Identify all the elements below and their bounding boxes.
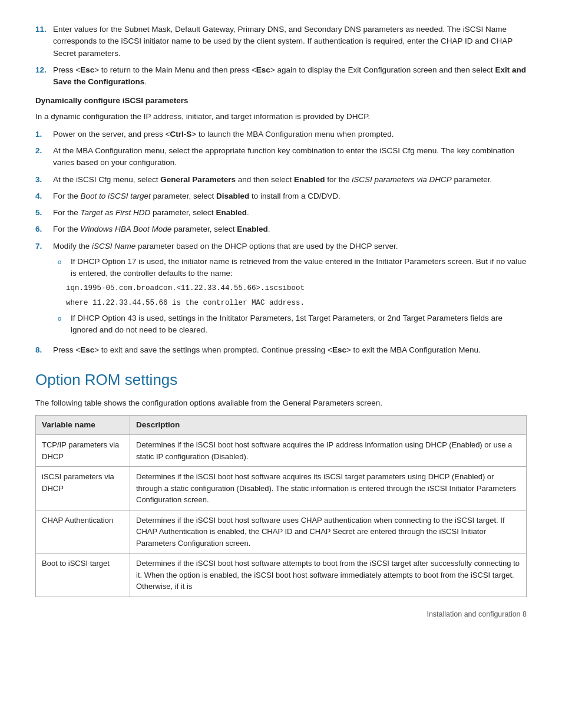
dynamic-heading: Dynamically configure iSCSI parameters xyxy=(35,95,527,107)
dstep-6-num: 6. xyxy=(35,223,48,235)
step-12-content: Press <Esc> to return to the Main Menu a… xyxy=(53,64,527,88)
col-header-variable: Variable name xyxy=(36,415,130,434)
table-cell-description: Determines if the iSCSI boot host softwa… xyxy=(130,467,527,510)
dstep-7-sub-2: o If DHCP Option 43 is used, settings in… xyxy=(53,312,527,337)
dstep-8: 8. Press <Esc> to exit and save the sett… xyxy=(35,344,527,356)
table-cell-variable: Boot to iSCSI target xyxy=(36,554,130,597)
table-cell-description: Determines if the iSCSI boot host softwa… xyxy=(130,435,527,467)
mono-2: where 11.22.33.44.55.66 is the controlle… xyxy=(66,298,527,309)
dstep-6: 6. For the Windows HBA Boot Mode paramet… xyxy=(35,223,527,235)
footer: Installation and configuration 8 xyxy=(35,609,527,620)
dstep-3: 3. At the iSCSI Cfg menu, select General… xyxy=(35,174,527,186)
dstep-7-content: Modify the iSCSI Name parameter based on… xyxy=(53,241,527,340)
dstep-1-content: Power on the server, and press <Ctrl-S> … xyxy=(53,129,527,140)
step-11-num: 11. xyxy=(35,24,48,60)
dstep-5: 5. For the Target as First HDD parameter… xyxy=(35,207,527,219)
step-12-num: 12. xyxy=(35,64,48,88)
dstep-7-sub-1: o If DHCP Option 17 is used, the initiat… xyxy=(53,256,527,280)
dstep-5-content: For the Target as First HDD parameter, s… xyxy=(53,207,527,219)
table-row: Boot to iSCSI targetDetermines if the iS… xyxy=(36,554,527,597)
dstep-2-content: At the MBA Configuration menu, select th… xyxy=(53,145,527,169)
dstep-4-num: 4. xyxy=(35,190,48,202)
dstep-1-num: 1. xyxy=(35,129,48,140)
step-12: 12. Press <Esc> to return to the Main Me… xyxy=(35,64,527,88)
table-cell-variable: iSCSI parameters via DHCP xyxy=(36,467,130,510)
table-header-row: Variable name Description xyxy=(36,415,527,434)
dynamic-intro: In a dynamic configuration the IP addres… xyxy=(35,111,527,123)
dstep-7: 7. Modify the iSCSI Name parameter based… xyxy=(35,241,527,340)
bullet-icon-1: o xyxy=(58,257,66,280)
table-cell-description: Determines if the iSCSI boot host softwa… xyxy=(130,554,527,597)
dstep-2-num: 2. xyxy=(35,145,48,169)
options-table: Variable name Description TCP/IP paramet… xyxy=(35,415,527,597)
dstep-5-num: 5. xyxy=(35,207,48,219)
table-cell-variable: TCP/IP parameters via DHCP xyxy=(36,435,130,467)
dstep-4-content: For the Boot to iSCSI target parameter, … xyxy=(53,190,527,202)
dstep-1: 1. Power on the server, and press <Ctrl-… xyxy=(35,129,527,140)
table-row: iSCSI parameters via DHCPDetermines if t… xyxy=(36,467,527,510)
dstep-8-num: 8. xyxy=(35,344,48,356)
dstep-3-num: 3. xyxy=(35,174,48,186)
dstep-4: 4. For the Boot to iSCSI target paramete… xyxy=(35,190,527,202)
dstep-7-num: 7. xyxy=(35,241,48,340)
dstep-7-sublist2: o If DHCP Option 43 is used, settings in… xyxy=(53,312,527,337)
dstep-7-sublist: o If DHCP Option 17 is used, the initiat… xyxy=(53,256,527,280)
dstep-7-sub-2-text: If DHCP Option 43 is used, settings in t… xyxy=(71,312,527,337)
table-row: CHAP AuthenticationDetermines if the iSC… xyxy=(36,510,527,554)
dstep-3-content: At the iSCSI Cfg menu, select General Pa… xyxy=(53,174,527,186)
dstep-6-content: For the Windows HBA Boot Mode parameter,… xyxy=(53,223,527,235)
table-cell-description: Determines if the iSCSI boot host softwa… xyxy=(130,510,527,554)
step-11: 11. Enter values for the Subnet Mask, De… xyxy=(35,24,527,60)
dynamic-steps-list: 1. Power on the server, and press <Ctrl-… xyxy=(35,129,527,357)
table-row: TCP/IP parameters via DHCPDetermines if … xyxy=(36,435,527,467)
col-header-description: Description xyxy=(130,415,527,434)
step-11-content: Enter values for the Subnet Mask, Defaul… xyxy=(53,24,527,60)
steps-top-list: 11. Enter values for the Subnet Mask, De… xyxy=(35,24,527,88)
dstep-2: 2. At the MBA Configuration menu, select… xyxy=(35,145,527,169)
dstep-7-sub-1-text: If DHCP Option 17 is used, the initiator… xyxy=(71,256,527,280)
dstep-8-content: Press <Esc> to exit and save the setting… xyxy=(53,344,527,356)
table-intro: The following table shows the configurat… xyxy=(35,397,527,409)
table-cell-variable: CHAP Authentication xyxy=(36,510,130,554)
bullet-icon-2: o xyxy=(58,314,66,337)
mono-1: iqn.1995-05.com.broadcom.<11.22.33.44.55… xyxy=(66,283,527,294)
section-title: Option ROM settings xyxy=(35,368,527,391)
